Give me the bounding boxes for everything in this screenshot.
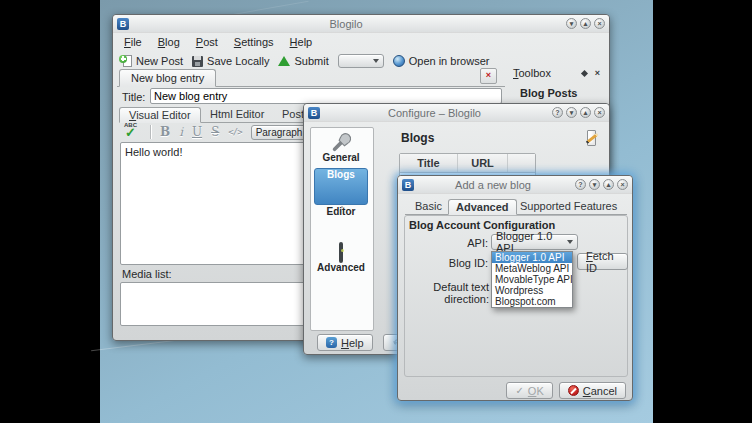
ok-button[interactable]: ✓ OK	[506, 382, 552, 399]
option-metaweblog-api[interactable]: MetaWeblog API	[492, 263, 572, 274]
cancel-button[interactable]: Cancel	[559, 382, 626, 399]
maximize-icon[interactable]: ▴	[603, 179, 614, 190]
blog-select-dropdown[interactable]	[338, 54, 384, 68]
option-movabletype-api[interactable]: MovableType API	[492, 274, 572, 285]
option-wordpress[interactable]: Wordpress	[492, 285, 572, 296]
help-icon[interactable]: ?	[552, 107, 563, 118]
tab-supported-features[interactable]: Supported Features	[513, 199, 624, 215]
save-icon	[192, 56, 203, 67]
window-title: Blogilo	[129, 18, 563, 30]
tab-html-editor[interactable]: Html Editor	[201, 107, 273, 123]
post-title-label: Title:	[122, 91, 145, 103]
menu-post[interactable]: Post	[189, 35, 225, 50]
cancel-icon	[568, 385, 579, 396]
toolbox-header: Toolbox ×	[513, 67, 603, 81]
sidebar-item-advanced[interactable]: Advanced	[314, 244, 368, 281]
code-button[interactable]: </>	[228, 124, 241, 140]
blog-id-label: Blog ID:	[408, 257, 488, 269]
tab-advanced[interactable]: Advanced	[448, 199, 517, 215]
column-title: Title	[400, 154, 458, 172]
dialog-title: Configure – Blogilo	[320, 107, 549, 119]
desktop: B Blogilo ▾ ▴ × File Blog Post Settings …	[100, 0, 653, 423]
chevron-down-icon	[373, 59, 379, 63]
document-tab-bar: New blog entry ×	[117, 68, 505, 87]
configure-sidebar: General Blogs Editor Advanced	[310, 127, 374, 331]
submit-button[interactable]: Submit	[278, 55, 328, 67]
tab-close-icon[interactable]: ×	[480, 68, 497, 84]
tab-basic[interactable]: Basic	[408, 199, 449, 215]
wrench-icon	[314, 130, 368, 152]
spellcheck-button[interactable]: ABC ✓	[123, 124, 141, 141]
page-header-icon	[584, 130, 600, 147]
save-locally-button[interactable]: Save Locally	[192, 55, 269, 67]
blogilo-logo-icon: B	[308, 107, 320, 119]
submit-icon	[278, 56, 290, 66]
menu-file[interactable]: File	[117, 35, 149, 50]
help-button[interactable]: ? Help	[317, 334, 373, 351]
column-url: URL	[458, 154, 508, 172]
strikethrough-button[interactable]: S	[211, 124, 219, 140]
chevron-down-icon	[567, 240, 573, 244]
maximize-icon[interactable]: ▴	[580, 18, 591, 29]
api-label: API:	[408, 237, 488, 249]
menu-help[interactable]: Help	[283, 35, 320, 50]
menubar: File Blog Post Settings Help	[117, 35, 319, 50]
menu-settings[interactable]: Settings	[227, 35, 281, 50]
main-titlebar[interactable]: B Blogilo ▾ ▴ ×	[113, 15, 609, 33]
new-post-icon	[119, 55, 132, 68]
api-dropdown-list: Blogger 1.0 API MetaWeblog API MovableTy…	[491, 251, 573, 308]
formatting-toolbar: ABC ✓ B i U S </> Paragraph	[123, 123, 317, 141]
option-blogger-api[interactable]: Blogger 1.0 API	[492, 252, 572, 263]
menu-blog[interactable]: Blog	[151, 35, 187, 50]
configure-titlebar[interactable]: B Configure – Blogilo ? ▾ ▴ ×	[304, 104, 609, 122]
help-icon[interactable]: ?	[575, 179, 586, 190]
post-title-input[interactable]	[150, 88, 502, 104]
media-list-label: Media list:	[122, 268, 172, 280]
dialog-button-row: ✓ OK Cancel	[506, 382, 626, 399]
float-icon[interactable]	[581, 70, 588, 77]
toolbox-title: Toolbox	[513, 67, 551, 79]
underline-button[interactable]: U	[192, 124, 202, 140]
close-icon[interactable]: ×	[594, 18, 605, 29]
screen: B Blogilo ▾ ▴ × File Blog Post Settings …	[0, 0, 752, 423]
bold-button[interactable]: B	[160, 124, 170, 140]
sidebar-item-blogs[interactable]: Blogs	[314, 168, 368, 205]
check-icon: ✓	[515, 386, 523, 396]
close-icon[interactable]: ×	[594, 107, 605, 118]
add-blog-titlebar[interactable]: B Add a new blog ? ▾ ▴ ×	[398, 176, 632, 194]
close-icon[interactable]: ×	[617, 179, 628, 190]
table-header-row: Title URL	[400, 154, 535, 173]
new-post-button[interactable]: New Post	[119, 55, 183, 68]
option-blogspot[interactable]: Blogspot.com	[492, 296, 572, 307]
tab-new-blog-entry[interactable]: New blog entry	[119, 69, 216, 87]
sidebar-item-editor[interactable]: Editor	[314, 206, 368, 243]
text-direction-label: Default text direction:	[404, 281, 489, 305]
blogilo-logo-icon: B	[117, 18, 129, 30]
toolbar-separator	[150, 125, 151, 139]
italic-button[interactable]: i	[179, 124, 183, 140]
blogilo-logo-icon: B	[402, 179, 414, 191]
check-icon: ✓	[125, 125, 136, 140]
fetch-id-button[interactable]: Fetch ID	[577, 253, 628, 270]
add-blog-dialog: B Add a new blog ? ▾ ▴ × Basic Advanced …	[397, 175, 633, 401]
maximize-icon[interactable]: ▴	[580, 107, 591, 118]
api-select[interactable]: Blogger 1.0 API	[491, 234, 578, 250]
minimize-icon[interactable]: ▾	[566, 18, 577, 29]
sidebar-item-general[interactable]: General	[314, 130, 368, 167]
add-blog-tab-bar: Basic Advanced Supported Features	[405, 198, 627, 215]
globe-icon	[393, 55, 405, 67]
close-icon[interactable]: ×	[595, 68, 600, 78]
dialog-title: Add a new blog	[414, 179, 572, 191]
advanced-screen-icon	[339, 242, 343, 263]
minimize-icon[interactable]: ▾	[589, 179, 600, 190]
minimize-icon[interactable]: ▾	[566, 107, 577, 118]
open-in-browser-button[interactable]: Open in browser	[393, 55, 490, 67]
page-title: Blogs	[401, 131, 434, 145]
blog-posts-heading: Blog Posts	[520, 87, 577, 99]
help-icon: ?	[326, 337, 337, 348]
